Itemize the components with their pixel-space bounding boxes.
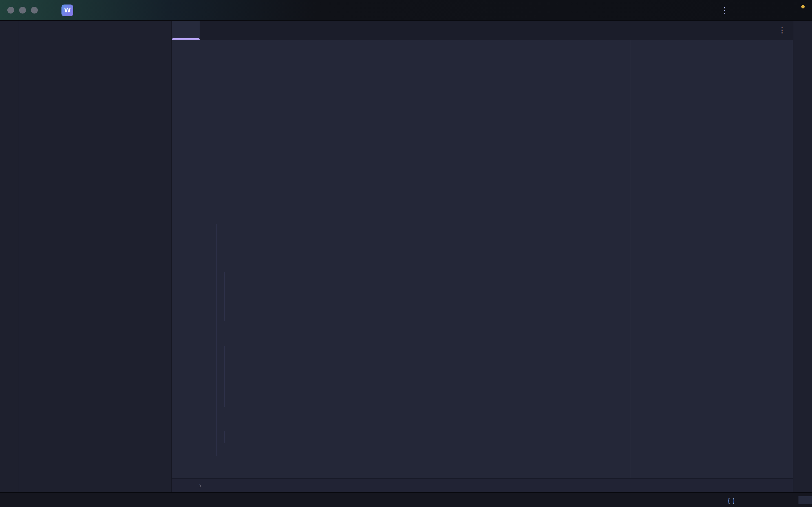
project-menu[interactable]	[77, 6, 92, 14]
close-window-button[interactable]	[7, 7, 14, 13]
settings-button[interactable]	[795, 6, 803, 14]
debug-button[interactable]	[705, 6, 713, 14]
editor-options-button[interactable]: ⋮	[778, 25, 786, 34]
editor-tab-bar: ⋮	[172, 21, 793, 40]
code-with-me-button[interactable]	[763, 6, 771, 14]
tab-activity-vue[interactable]	[172, 21, 200, 40]
vue-file-icon	[178, 27, 186, 34]
ai-robot-icon[interactable]	[711, 496, 719, 504]
vcs-branch-menu[interactable]	[100, 4, 126, 16]
window-controls	[0, 7, 46, 13]
problems-icon[interactable]	[782, 496, 790, 504]
project-panel-header[interactable]	[19, 21, 171, 38]
memory-indicator[interactable]	[799, 496, 812, 504]
braces-icon: { }	[728, 497, 735, 503]
ide-window: W ⋮	[0, 0, 812, 507]
chevron-down-icon	[117, 8, 122, 13]
code-editor[interactable]	[172, 40, 793, 478]
inspections-ok-icon[interactable]	[769, 45, 778, 54]
git-branch-icon	[103, 6, 112, 14]
status-bar: { }	[0, 492, 812, 507]
git-branch-icon	[747, 496, 755, 504]
chevron-down-icon	[84, 8, 89, 13]
project-tool-window	[19, 21, 172, 492]
run-button[interactable]	[689, 6, 697, 14]
wakatime-widget[interactable]	[684, 496, 695, 504]
breadcrumbs: ›	[172, 478, 793, 492]
more-actions-button[interactable]: ⋮	[721, 7, 728, 13]
title-bar: W ⋮	[0, 0, 812, 21]
editor-area: ⋮ ›	[172, 21, 793, 492]
left-tool-stripe	[0, 21, 19, 492]
search-everywhere-button[interactable]	[779, 6, 787, 14]
maximize-window-button[interactable]	[31, 7, 38, 13]
project-tree	[19, 38, 171, 492]
right-tool-stripe	[793, 21, 812, 492]
settings-badge	[801, 5, 805, 8]
run-configuration-selector[interactable]	[666, 6, 681, 14]
git-branch-widget[interactable]	[747, 496, 757, 504]
breadcrumb-separator: ›	[199, 482, 201, 490]
minimize-window-button[interactable]	[19, 7, 26, 13]
chevron-down-icon	[30, 27, 35, 32]
check-circle-icon	[684, 496, 692, 504]
chevron-down-icon	[673, 8, 678, 13]
lock-open-icon[interactable]	[766, 496, 774, 504]
project-avatar: W	[61, 4, 73, 16]
language-services-widget[interactable]: { }	[728, 497, 738, 503]
